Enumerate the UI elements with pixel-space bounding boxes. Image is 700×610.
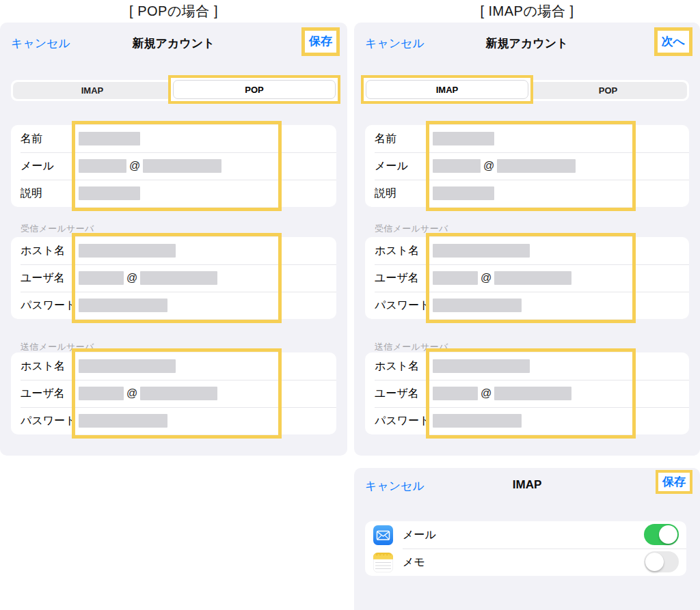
field-row-description[interactable]: 説明 xyxy=(11,180,336,207)
redacted-value xyxy=(79,132,140,145)
field-label: パスワード xyxy=(375,414,433,428)
redacted-value xyxy=(433,299,522,312)
page-title: IMAP xyxy=(416,478,638,492)
redacted-value xyxy=(433,359,530,373)
segment-imap[interactable]: IMAP xyxy=(13,82,172,99)
field-label: ホスト名 xyxy=(375,244,433,258)
field-row-hostname[interactable]: ホスト名 xyxy=(11,352,336,380)
notes-sync-row: メモ xyxy=(365,549,686,576)
field-row-username[interactable]: ユーザ名 @ xyxy=(365,380,689,407)
redacted-value xyxy=(143,159,221,173)
account-fields-group: 名前 メール @ 説明 xyxy=(11,125,336,207)
field-label: 説明 xyxy=(375,186,433,201)
redacted-value xyxy=(140,271,217,285)
field-row-email[interactable]: メール @ xyxy=(365,152,689,180)
redacted-value xyxy=(79,244,176,258)
segment-pop[interactable]: POP xyxy=(173,80,336,99)
field-row-description[interactable]: 説明 xyxy=(365,180,689,207)
segment-pop[interactable]: POP xyxy=(529,82,687,99)
new-account-panel-pop: キャンセル 新規アカウント 保存 IMAP POP 名前 メール @ 説明 受信… xyxy=(0,23,347,456)
field-label: パスワード xyxy=(375,299,433,313)
field-label: ユーザ名 xyxy=(21,387,79,401)
section-header-incoming: 受信メールサーバ xyxy=(375,223,448,235)
field-label: ホスト名 xyxy=(21,359,79,374)
new-account-panel-imap: キャンセル 新規アカウント 次へ POP IMAP 名前 メール @ 説明 受信… xyxy=(354,23,700,456)
redacted-value xyxy=(433,186,494,200)
field-row-hostname[interactable]: ホスト名 xyxy=(365,237,689,264)
field-label: パスワード xyxy=(21,299,79,313)
field-row-password[interactable]: パスワード xyxy=(11,407,336,434)
imap-case-caption: [ IMAPの場合 ] xyxy=(354,2,700,20)
next-button[interactable]: 次へ xyxy=(654,27,692,56)
field-row-password[interactable]: パスワード xyxy=(365,407,689,434)
imap-save-panel: キャンセル IMAP 保存 メール xyxy=(354,468,700,610)
redacted-value xyxy=(494,387,571,400)
redacted-value xyxy=(79,359,176,373)
at-symbol: @ xyxy=(481,272,492,284)
notes-app-icon xyxy=(373,553,393,572)
incoming-server-group: ホスト名 ユーザ名 @ パスワード xyxy=(11,237,336,319)
field-label: メール xyxy=(21,159,79,174)
redacted-value xyxy=(433,414,522,428)
field-label: ホスト名 xyxy=(375,359,433,374)
highlight-box: IMAP xyxy=(361,75,533,104)
field-label: 名前 xyxy=(375,132,433,146)
field-label: ユーザ名 xyxy=(375,387,433,401)
toggle-row-label: メモ xyxy=(403,555,425,570)
at-symbol: @ xyxy=(481,387,492,400)
field-label: パスワード xyxy=(21,414,79,428)
at-symbol: @ xyxy=(126,272,137,284)
section-header-outgoing: 送信メールサーバ xyxy=(375,341,448,353)
field-label: メール xyxy=(375,159,433,174)
redacted-value xyxy=(497,159,576,173)
notes-toggle[interactable] xyxy=(644,551,679,572)
field-label: 説明 xyxy=(21,186,79,201)
at-symbol: @ xyxy=(129,160,140,172)
outgoing-server-group: ホスト名 ユーザ名 @ パスワード xyxy=(11,352,336,434)
page-title: 新規アカウント xyxy=(62,36,286,51)
sync-options-card: メール メモ xyxy=(365,521,686,576)
field-label: ユーザ名 xyxy=(21,271,79,286)
field-row-name[interactable]: 名前 xyxy=(11,125,336,152)
field-row-name[interactable]: 名前 xyxy=(365,125,689,152)
at-symbol: @ xyxy=(483,160,494,172)
redacted-value xyxy=(140,387,217,400)
redacted-value xyxy=(433,159,481,173)
at-symbol: @ xyxy=(126,387,137,400)
mail-sync-row: メール xyxy=(365,521,686,549)
field-row-hostname[interactable]: ホスト名 xyxy=(365,352,689,380)
redacted-value xyxy=(79,299,167,312)
redacted-value xyxy=(433,244,530,258)
segment-imap[interactable]: IMAP xyxy=(366,80,528,99)
field-label: ホスト名 xyxy=(21,244,79,258)
mail-app-icon xyxy=(373,525,393,545)
account-fields-group: 名前 メール @ 説明 xyxy=(365,125,689,207)
redacted-value xyxy=(79,159,126,173)
outgoing-server-group: ホスト名 ユーザ名 @ パスワード xyxy=(365,352,689,434)
incoming-server-group: ホスト名 ユーザ名 @ パスワード xyxy=(365,237,689,319)
field-row-username[interactable]: ユーザ名 @ xyxy=(365,264,689,292)
pop-case-caption: [ POPの場合 ] xyxy=(0,2,347,20)
field-row-email[interactable]: メール @ xyxy=(11,152,336,180)
toggle-knob xyxy=(659,525,677,544)
toggle-knob xyxy=(645,553,664,571)
redacted-value xyxy=(494,271,571,285)
field-row-password[interactable]: パスワード xyxy=(365,292,689,319)
field-label: 名前 xyxy=(21,132,79,146)
section-header-outgoing: 送信メールサーバ xyxy=(21,341,94,353)
redacted-value xyxy=(79,186,140,200)
toggle-row-label: メール xyxy=(403,528,436,542)
save-button[interactable]: 保存 xyxy=(656,470,692,494)
redacted-value xyxy=(79,387,124,400)
field-label: ユーザ名 xyxy=(375,271,433,286)
mail-toggle[interactable] xyxy=(644,524,679,545)
redacted-value xyxy=(433,132,494,145)
save-button[interactable]: 保存 xyxy=(301,27,340,56)
redacted-value xyxy=(433,387,478,400)
page-title: 新規アカウント xyxy=(416,36,638,51)
field-row-hostname[interactable]: ホスト名 xyxy=(11,237,336,264)
field-row-username[interactable]: ユーザ名 @ xyxy=(11,264,336,292)
field-row-password[interactable]: パスワード xyxy=(11,292,336,319)
field-row-username[interactable]: ユーザ名 @ xyxy=(11,380,336,407)
redacted-value xyxy=(433,271,478,285)
